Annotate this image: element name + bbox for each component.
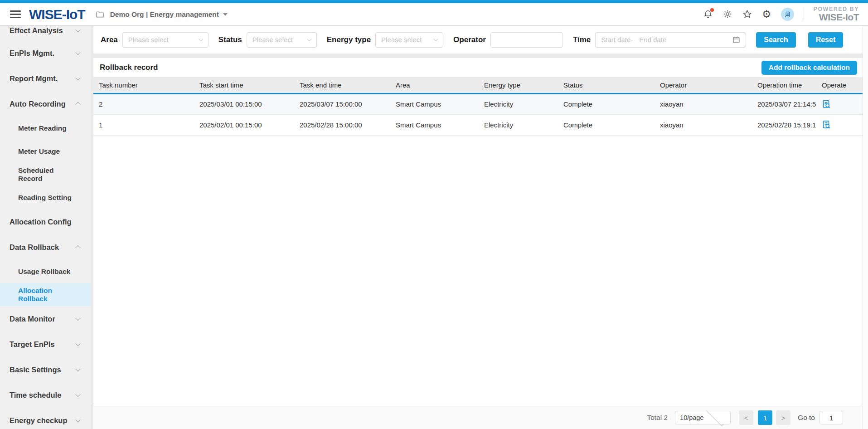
sidebar-item-enpis-mgmt[interactable]: EnPIs Mgmt. bbox=[0, 40, 91, 66]
status-select[interactable]: Please select bbox=[247, 32, 317, 48]
status-label: Status bbox=[218, 35, 242, 44]
sidebar-item-label: Energy checkup bbox=[10, 416, 67, 425]
energy-type-select[interactable]: Please select bbox=[375, 32, 443, 48]
chevron-down-icon bbox=[75, 316, 80, 321]
sidebar-item-allocation-config[interactable]: Allocation Config bbox=[0, 209, 91, 234]
settings-gear-icon[interactable]: ⚙ bbox=[762, 9, 771, 20]
sidebar-item-label: Target EnPIs bbox=[10, 340, 55, 349]
caret-down-icon bbox=[223, 13, 228, 16]
cell-operation-time: 2025/03/07 21:14:52 bbox=[752, 93, 816, 114]
chevron-down-icon bbox=[75, 27, 80, 32]
goto-page-input[interactable] bbox=[820, 411, 843, 424]
operator-label: Operator bbox=[453, 35, 486, 44]
sidebar-item-auto-recording[interactable]: Auto Recording bbox=[0, 91, 91, 117]
sidebar-item-data-rollback[interactable]: Data Rollback bbox=[0, 234, 91, 260]
energy-type-placeholder: Please select bbox=[381, 36, 434, 44]
chevron-down-icon bbox=[706, 408, 723, 426]
brightness-icon[interactable] bbox=[723, 9, 732, 19]
user-avatar[interactable] bbox=[781, 8, 794, 21]
col-operation-time: Operation time bbox=[752, 77, 816, 93]
area-placeholder: Please select bbox=[128, 36, 199, 44]
sidebar-item-scheduled-record[interactable]: Scheduled Record bbox=[0, 163, 91, 186]
cell-task-number: 2 bbox=[93, 93, 194, 114]
search-button[interactable]: Search bbox=[756, 32, 795, 48]
goto-label: Go to bbox=[798, 414, 815, 422]
sidebar-item-label: Report Mgmt. bbox=[10, 74, 58, 83]
cell-energy-type: Electricity bbox=[479, 93, 558, 114]
sidebar-item-effect-analysis[interactable]: Effect Analysis bbox=[0, 26, 91, 40]
cell-task-end: 2025/03/07 15:00:00 bbox=[294, 93, 390, 114]
area-select[interactable]: Please select bbox=[122, 32, 209, 48]
sidebar-item-label: Data Monitor bbox=[10, 315, 55, 323]
scrollbar[interactable] bbox=[863, 26, 868, 429]
folder-icon bbox=[95, 10, 105, 19]
sidebar-item-label: Scheduled Record bbox=[18, 166, 80, 183]
org-breadcrumb[interactable]: Demo Org | Energy management bbox=[110, 10, 219, 19]
sidebar-item-label: Usage Rollback bbox=[18, 268, 70, 276]
status-placeholder: Please select bbox=[252, 36, 308, 44]
sidebar-item-usage-rollback[interactable]: Usage Rollback bbox=[0, 260, 91, 283]
chevron-down-icon bbox=[75, 75, 80, 80]
powered-by-line2: WISE-IoT bbox=[814, 12, 859, 22]
chevron-down-icon bbox=[199, 37, 203, 41]
reset-button[interactable]: Reset bbox=[808, 32, 844, 48]
col-operator: Operator bbox=[655, 77, 752, 93]
cell-task-start: 2025/02/01 00:15:00 bbox=[194, 114, 294, 135]
pagination-bar: Total 2 10/page < 1 > Go to bbox=[93, 406, 863, 429]
operator-input[interactable] bbox=[490, 32, 563, 48]
range-separator: - bbox=[630, 36, 633, 44]
current-page-button[interactable]: 1 bbox=[758, 410, 772, 425]
cell-operator: xiaoyan bbox=[655, 114, 752, 135]
sidebar-item-label: Data Rollback bbox=[10, 243, 59, 252]
chevron-down-icon bbox=[75, 50, 80, 55]
chevron-down-icon bbox=[307, 37, 311, 41]
end-date-input[interactable]: End date bbox=[639, 36, 732, 44]
filter-bar: Area Please select Status Please select … bbox=[93, 26, 863, 54]
favorites-star-icon[interactable] bbox=[742, 9, 752, 20]
sidebar-item-time-schedule[interactable]: Time schedule bbox=[0, 382, 91, 408]
cell-operation-time: 2025/02/28 15:19:15 bbox=[752, 114, 816, 135]
sidebar-item-meter-usage[interactable]: Meter Usage bbox=[0, 140, 91, 163]
cell-area: Smart Campus bbox=[390, 93, 479, 114]
col-status: Status bbox=[558, 77, 655, 93]
sidebar-item-basic-settings[interactable]: Basic Settings bbox=[0, 357, 91, 382]
sidebar-item-meter-reading[interactable]: Meter Reading bbox=[0, 117, 91, 140]
sidebar-item-reading-setting[interactable]: Reading Setting bbox=[0, 186, 91, 209]
cell-area: Smart Campus bbox=[390, 114, 479, 135]
add-rollback-calculation-button[interactable]: Add rollback calculation bbox=[761, 61, 857, 75]
sidebar-item-target-enpis[interactable]: Target EnPIs bbox=[0, 332, 91, 357]
sidebar-item-energy-checkup[interactable]: Energy checkup bbox=[0, 408, 91, 429]
rollback-record-panel: Rollback record Add rollback calculation… bbox=[93, 58, 863, 429]
sidebar-item-label: Reading Setting bbox=[18, 194, 72, 202]
col-energy-type: Energy type bbox=[479, 77, 558, 93]
page-size-select[interactable]: 10/page bbox=[675, 411, 731, 424]
chevron-up-icon bbox=[75, 102, 80, 107]
sidebar-item-label: Time schedule bbox=[10, 391, 61, 400]
sidebar-item-data-monitor[interactable]: Data Monitor bbox=[0, 306, 91, 332]
pagination-total: Total 2 bbox=[647, 414, 668, 422]
view-record-icon[interactable] bbox=[822, 100, 831, 109]
chevron-down-icon bbox=[75, 366, 80, 371]
sidebar-item-label: Effect Analysis bbox=[10, 26, 63, 35]
sidebar-item-report-mgmt[interactable]: Report Mgmt. bbox=[0, 66, 91, 91]
sidebar-item-allocation-rollback[interactable]: Allocation Rollback bbox=[0, 283, 91, 306]
chevron-down-icon bbox=[75, 392, 80, 397]
chevron-down-icon bbox=[75, 341, 80, 346]
sidebar-item-label: EnPIs Mgmt. bbox=[10, 49, 54, 58]
cell-task-start: 2025/03/01 00:15:00 bbox=[194, 93, 294, 114]
sidebar-item-label: Meter Reading bbox=[18, 124, 67, 132]
start-date-input[interactable]: Start date bbox=[601, 36, 630, 44]
prev-page-button[interactable]: < bbox=[739, 410, 753, 425]
date-range-picker[interactable]: Start date - End date bbox=[595, 32, 746, 48]
col-task-end-time: Task end time bbox=[294, 77, 390, 93]
view-record-icon[interactable] bbox=[822, 120, 831, 129]
table-row: 1 2025/02/01 00:15:00 2025/02/28 15:00:0… bbox=[93, 114, 863, 135]
notifications-bell-icon[interactable] bbox=[703, 9, 713, 19]
hamburger-menu-icon[interactable] bbox=[10, 10, 21, 18]
next-page-button[interactable]: > bbox=[776, 410, 790, 425]
col-operate: Operate bbox=[816, 77, 863, 93]
col-task-number: Task number bbox=[93, 77, 194, 93]
notification-dot bbox=[710, 8, 714, 12]
col-task-start-time: Task start time bbox=[194, 77, 294, 93]
cell-task-end: 2025/02/28 15:00:00 bbox=[294, 114, 390, 135]
